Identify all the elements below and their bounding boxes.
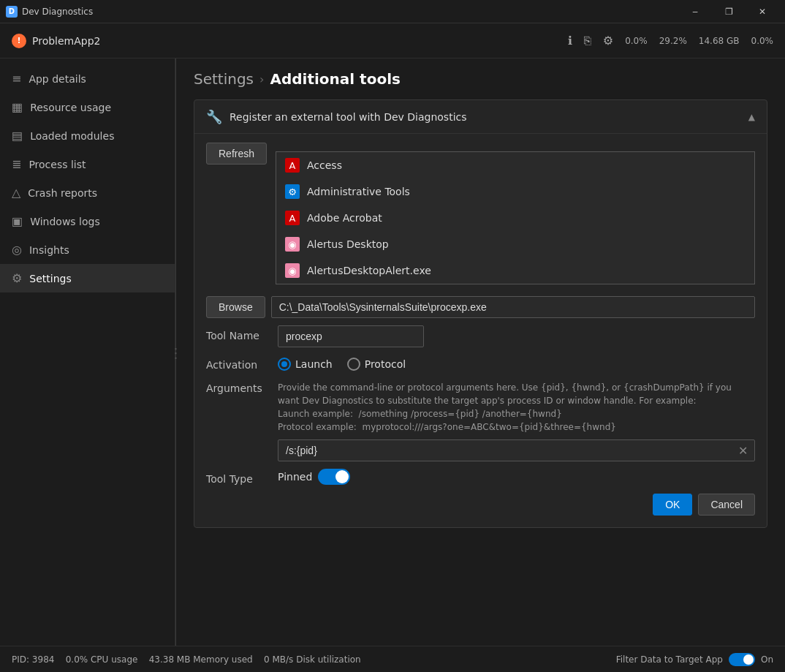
filter-toggle[interactable] [729, 653, 755, 666]
panel-header-icon: 🔧 [206, 109, 222, 124]
sidebar-item-label: Crash reports [28, 187, 97, 199]
settings-icon: ⚙ [12, 271, 22, 285]
app-bar-stats: 0.0% 29.2% 14.68 GB 0.0% [625, 36, 773, 46]
protocol-label: Protocol [365, 358, 406, 370]
crash-reports-icon: △ [12, 186, 20, 200]
sidebar-item-loaded-modules[interactable]: ▤ Loaded modules [0, 121, 175, 150]
filter-label: Filter Data to Target App [616, 654, 723, 665]
dropdown-item-adobe-acrobat[interactable]: A Adobe Acrobat [276, 205, 754, 231]
breadcrumb: Settings › Additional tools [176, 58, 785, 94]
arguments-label: Arguments [206, 378, 272, 394]
sidebar-item-label: Windows logs [30, 216, 100, 227]
dropdown-item-label: Adobe Acrobat [307, 212, 382, 224]
activation-label: Activation [206, 355, 272, 371]
sidebar-item-settings[interactable]: ⚙ Settings [0, 264, 175, 292]
sidebar-item-insights[interactable]: ◎ Insights [0, 235, 175, 264]
activation-radio-group: Launch Protocol [278, 355, 406, 371]
app-icon: D [6, 6, 18, 18]
ok-button[interactable]: OK [653, 494, 692, 516]
arguments-row: Arguments Provide the command-line or pr… [206, 378, 755, 461]
sidebar-item-process-list[interactable]: ≣ Process list [0, 150, 175, 178]
pinned-label: Pinned [278, 471, 312, 483]
app-bar: ! ProblemApp2 ℹ ⎘ ⚙ 0.0% 29.2% 14.68 GB … [0, 23, 785, 58]
breadcrumb-link[interactable]: Settings [194, 70, 254, 88]
tool-name-control [278, 325, 755, 347]
adobe-acrobat-icon: A [285, 211, 300, 225]
content-area: 🔧 Register an external tool with Dev Dia… [176, 94, 785, 646]
tool-type-row: Tool Type Pinned [206, 469, 755, 485]
tools-icon[interactable]: ⚙ [603, 34, 613, 48]
close-button[interactable]: ✕ [746, 0, 779, 23]
tool-name-label: Tool Name [206, 325, 272, 341]
disk-usage-label: 0 MB/s Disk utilization [264, 654, 361, 665]
sidebar-item-app-details[interactable]: ≡ App details [0, 64, 175, 93]
tool-type-label: Tool Type [206, 469, 272, 485]
refresh-row: Refresh A Access ⚙ Administrative Tools [206, 143, 755, 290]
memory-stat: 29.2% [659, 36, 687, 46]
status-bar-right: Filter Data to Target App On [616, 653, 773, 666]
arguments-input-wrapper: ✕ [278, 439, 755, 461]
panel-header-title: Register an external tool with Dev Diagn… [230, 111, 741, 123]
sidebar-item-label: Process list [29, 159, 86, 170]
admin-tools-icon: ⚙ [285, 184, 300, 199]
minimize-button[interactable]: – [678, 0, 712, 23]
breadcrumb-current: Additional tools [270, 70, 400, 88]
alertus-alert-icon: ◉ [285, 263, 300, 278]
arguments-control: Provide the command-line or protocol arg… [278, 378, 755, 461]
panel-collapse-chevron: ▲ [748, 112, 755, 122]
app-bar-name: ProblemApp2 [32, 35, 568, 47]
loaded-modules-icon: ▤ [12, 129, 23, 143]
process-list-icon: ≣ [12, 157, 21, 171]
activation-launch-radio[interactable]: Launch [278, 358, 333, 371]
app-details-icon: ≡ [12, 72, 21, 86]
cancel-button[interactable]: Cancel [698, 494, 755, 516]
insights-icon: ◎ [12, 243, 22, 257]
dropdown-item-alertus-alert[interactable]: ◉ AlertusDesktopAlert.exe [276, 257, 754, 284]
sidebar-item-crash-reports[interactable]: △ Crash reports [0, 178, 175, 207]
arguments-input[interactable] [278, 439, 755, 461]
sidebar-resize-handle[interactable] [175, 58, 176, 646]
register-tool-panel: 🔧 Register an external tool with Dev Dia… [194, 99, 767, 528]
problem-app-icon: ! [12, 34, 26, 48]
dropdown-item-label: AlertusDesktopAlert.exe [307, 265, 431, 276]
dropdown-item-access[interactable]: A Access [276, 152, 754, 178]
network-stat: 0.0% [751, 36, 774, 46]
tool-name-row: Tool Name [206, 325, 755, 347]
sidebar-item-label: Insights [29, 244, 69, 256]
alertus-desktop-icon: ◉ [285, 237, 300, 252]
app-dropdown-list[interactable]: A Access ⚙ Administrative Tools A Adobe … [276, 151, 755, 284]
browse-path-input[interactable] [271, 296, 755, 318]
info-icon[interactable]: ℹ [568, 34, 572, 48]
dropdown-item-label: Administrative Tools [307, 186, 410, 197]
access-icon: A [285, 158, 300, 173]
activation-row: Activation Launch Protocol [206, 355, 755, 371]
refresh-button[interactable]: Refresh [206, 143, 267, 165]
sidebar-item-resource-usage[interactable]: ▦ Resource usage [0, 93, 175, 121]
panel-body: Refresh A Access ⚙ Administrative Tools [194, 133, 767, 527]
copy-icon[interactable]: ⎘ [584, 34, 591, 48]
arguments-help-text: Provide the command-line or protocol arg… [278, 381, 755, 434]
arguments-clear-button[interactable]: ✕ [737, 442, 749, 459]
dropdown-item-admin-tools[interactable]: ⚙ Administrative Tools [276, 178, 754, 205]
filter-on-label: On [761, 654, 773, 665]
title-bar-controls: – ❐ ✕ [678, 0, 779, 23]
breadcrumb-separator: › [259, 72, 264, 86]
disk-stat: 14.68 GB [699, 36, 740, 46]
dropdown-item-alertus-desktop[interactable]: ◉ Alertus Desktop [276, 231, 754, 257]
browse-row: Browse [206, 296, 755, 318]
sidebar-item-windows-logs[interactable]: ▣ Windows logs [0, 207, 175, 235]
action-row: OK Cancel [206, 494, 755, 516]
pid-label: PID: 3984 [12, 654, 54, 665]
memory-usage-label: 43.38 MB Memory used [149, 654, 253, 665]
dropdown-item-label: Access [307, 159, 342, 171]
tool-name-input[interactable] [278, 325, 424, 347]
panel-header[interactable]: 🔧 Register an external tool with Dev Dia… [194, 100, 767, 133]
app-dropdown-container: A Access ⚙ Administrative Tools A Adobe … [276, 151, 755, 284]
resource-usage-icon: ▦ [12, 100, 23, 114]
sidebar-item-label: App details [29, 73, 86, 85]
browse-button[interactable]: Browse [206, 296, 265, 318]
sidebar-item-label: Resource usage [30, 102, 111, 113]
activation-protocol-radio[interactable]: Protocol [347, 358, 406, 371]
restore-button[interactable]: ❐ [712, 0, 746, 23]
pinned-toggle[interactable] [318, 469, 350, 485]
